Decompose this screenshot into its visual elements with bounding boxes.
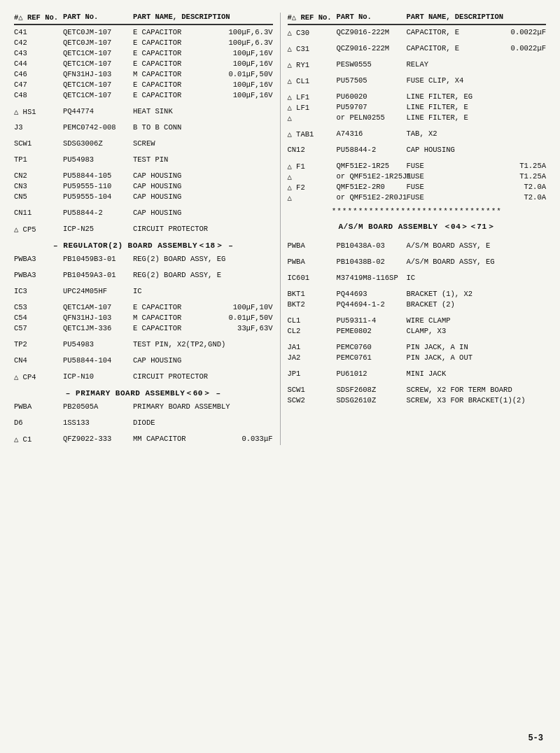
table-row: C46QFN31HJ-103M CAPACITOR0.01μF,50V — [14, 70, 273, 80]
part-cell: PEMC0761 — [337, 353, 407, 362]
desc-cell: WIRE CLAMP — [407, 316, 547, 325]
ref-cell: C54 — [14, 314, 63, 322]
desc-cell: LINE FILTER, E — [407, 113, 547, 122]
spacer — [288, 55, 547, 60]
spacer — [14, 413, 273, 418]
desc-cell: CIRCUIT PROTECTOR — [133, 225, 273, 233]
spacer — [288, 311, 547, 316]
part-cell: PU59555-110 — [63, 182, 133, 190]
part-cell: SDSG3006Z — [63, 139, 133, 148]
spacer — [14, 367, 273, 372]
table-row: △ CP5ICP-N25CIRCUIT PROTECTOR — [14, 225, 273, 234]
ref-cell: TP2 — [14, 340, 63, 349]
page-wrapper: #△ REF No. PART No. PART NAME, DESCRIPTI… — [14, 13, 546, 445]
part-cell: PU59311-4 — [337, 316, 407, 325]
right-entries: △ C30QCZ9016-222MCAPACITOR, E0.0022μF△ C… — [288, 28, 547, 406]
ref-cell: CN3 — [14, 182, 63, 190]
part-cell: PB10459A3-01 — [63, 271, 133, 279]
desc-cell: PIN JACK, A IN — [407, 343, 547, 351]
part-cell: QETC0JM-107 — [63, 38, 133, 47]
part-cell: QETC1CM-107 — [63, 49, 133, 57]
table-row: C48QETC1CM-107E CAPACITOR100μF,16V — [14, 91, 273, 101]
part-cell: M37419M8-116SP — [337, 274, 407, 282]
table-row: △or PELN0255LINE FILTER, E — [288, 113, 547, 123]
desc-cell: CAPACITOR, E — [407, 44, 505, 52]
part-cell: or QMF51E2-1R25J1 — [337, 172, 407, 181]
value-cell: 100μF,10V — [231, 303, 273, 311]
desc-cell: FUSE — [407, 162, 505, 170]
desc-cell: TAB, X2 — [407, 129, 547, 138]
ref-cell: △ LF1 — [288, 92, 337, 101]
right-column: #△ REF No. PART No. PART NAME, DESCRIPTI… — [280, 13, 547, 445]
section-title: – PRIMARY BOARD ASSEMBLY＜60＞ – — [14, 388, 273, 398]
desc-cell: E CAPACITOR — [133, 59, 231, 68]
desc-cell: DIODE — [133, 418, 273, 427]
ref-cell: CL1 — [288, 316, 337, 325]
ref-cell: △ LF1 — [288, 103, 337, 112]
desc-cell: CLAMP, X3 — [407, 327, 547, 335]
table-row: C54QFN31HJ-103M CAPACITOR0.01μF,50V — [14, 314, 273, 323]
part-cell: QMF51E2-2R0 — [337, 183, 407, 191]
ref-cell: C57 — [14, 324, 63, 332]
table-row: C44QETC1CM-107E CAPACITOR100μF,16V — [14, 59, 273, 69]
left-header-desc: PART NAME, DESCRIPTION — [133, 13, 273, 22]
table-row: PWBAPB10438A-03A/S/M BOARD ASSY, E — [288, 241, 547, 251]
ref-cell: PWBA — [14, 402, 63, 411]
ref-cell: △ C31 — [288, 44, 337, 53]
section-title: – REGULATOR(2) BOARD ASSEMBLY＜18＞ – — [14, 240, 273, 251]
value-cell: T1.25A — [504, 172, 546, 181]
part-cell: A74316 — [337, 129, 407, 138]
value-cell: T1.25A — [504, 162, 546, 170]
spacer — [14, 429, 273, 435]
part-cell: QCZ9016-222M — [337, 28, 407, 36]
part-cell: PESW0555 — [337, 60, 407, 69]
table-row: IC601M37419M8-116SPIC — [288, 274, 547, 283]
spacer — [288, 140, 547, 146]
spacer — [288, 87, 547, 92]
table-row: PWBA3PB10459A3-01REG(2) BOARD ASSY, E — [14, 271, 273, 281]
ref-cell: SCW2 — [288, 396, 337, 404]
value-cell: 100μF,6.3V — [228, 38, 272, 47]
part-cell: PU57505 — [337, 76, 407, 85]
desc-cell: CAP HOUSING — [133, 192, 273, 201]
value-cell: 100μF,16V — [231, 59, 273, 68]
section-title: A/S/M BOARD ASSEMBLY ＜04＞＜71＞ — [288, 221, 547, 232]
ref-cell: C42 — [14, 38, 63, 47]
table-row: △ LF1PU60020LINE FILTER, EG — [288, 92, 547, 102]
part-cell: PB10438A-03 — [337, 241, 407, 250]
ref-cell: PWBA3 — [14, 255, 63, 263]
part-cell: SDSG2610Z — [337, 396, 407, 404]
table-row: C42QETC0JM-107E CAPACITOR100μF,6.3V — [14, 38, 273, 48]
desc-cell: LINE FILTER, EG — [407, 92, 547, 101]
table-row: JA1PEMC0760PIN JACK, A IN — [288, 343, 547, 353]
value-cell: 100μF,6.3V — [228, 28, 272, 36]
part-cell: or PELN0255 — [337, 113, 407, 122]
spacer — [14, 335, 273, 340]
table-row: CN11PU58844-2CAP HOUSING — [14, 209, 273, 218]
table-row: JP1PU61012MINI JACK — [288, 370, 547, 379]
table-row: TP1PU54983TEST PIN — [14, 155, 273, 165]
right-header-desc: PART NAME, DESCRIPTION — [407, 13, 547, 22]
table-row: △ HS1PQ44774HEAT SINK — [14, 107, 273, 117]
part-cell: QETC1JM-336 — [63, 324, 133, 332]
desc-cell: IC — [133, 287, 273, 295]
table-row: SCW2SDSG2610ZSCREW, X3 FOR BRACKET(1)(2) — [288, 396, 547, 406]
desc-cell: FUSE — [407, 172, 505, 181]
table-row: SCW1SDSG3006ZSCREW — [14, 139, 273, 149]
desc-cell: SCREW — [133, 139, 273, 148]
desc-cell: TEST PIN, X2(TP2,GND) — [133, 340, 273, 349]
spacer — [288, 337, 547, 343]
ref-cell: △ F2 — [288, 183, 337, 192]
ref-cell: JA1 — [288, 343, 337, 351]
table-row: △ RY1PESW0555RELAY — [288, 60, 547, 70]
spacer — [14, 203, 273, 209]
part-cell: PB10438B-02 — [337, 258, 407, 266]
desc-cell: BRACKET (1), X2 — [407, 290, 547, 298]
part-cell: QFN31HJ-103 — [63, 70, 133, 78]
part-cell: QETC0JM-107 — [63, 28, 133, 36]
part-cell: PU58844-105 — [63, 171, 133, 180]
table-row: C47QETC1CM-107E CAPACITOR100μF,16V — [14, 80, 273, 90]
spacer — [14, 281, 273, 287]
spacer — [288, 284, 547, 290]
ref-cell: △ C30 — [288, 28, 337, 37]
